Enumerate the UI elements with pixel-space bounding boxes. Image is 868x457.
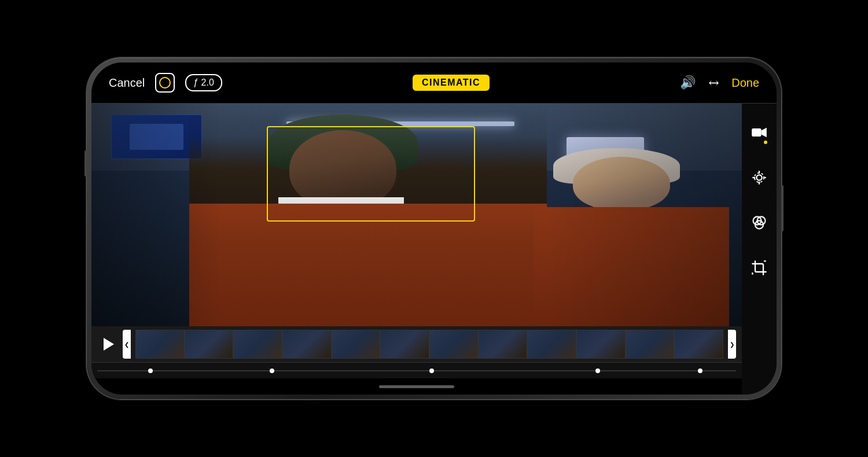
- svg-rect-0: [752, 128, 761, 137]
- play-button[interactable]: [97, 334, 118, 355]
- focus-ring-icon[interactable]: [155, 73, 175, 93]
- suit-secondary: [534, 207, 729, 326]
- timeline-section: [91, 326, 742, 378]
- character-main: [189, 104, 547, 326]
- toolbar-center: CINEMATIC: [413, 75, 490, 91]
- film-frame[interactable]: [332, 330, 381, 359]
- svg-marker-1: [762, 128, 767, 137]
- active-dot: [764, 141, 767, 144]
- focus-keyframe-dot[interactable]: [270, 368, 274, 373]
- adjust-icon: [751, 169, 767, 186]
- focus-track-line[interactable]: [97, 370, 736, 371]
- fullscreen-icon[interactable]: ⤢: [705, 73, 723, 91]
- top-toolbar: Cancel ƒ 2.0 CINEMATIC 🔊 ⤢ Done: [91, 62, 777, 103]
- video-frame[interactable]: [91, 104, 742, 326]
- background-screen: [111, 115, 202, 159]
- home-indicator: [91, 378, 742, 395]
- film-frame[interactable]: [527, 330, 576, 359]
- right-sidebar: [742, 104, 777, 395]
- film-frame[interactable]: [576, 330, 626, 359]
- color-mix-icon: [751, 215, 767, 231]
- focus-track: [91, 362, 742, 378]
- volume-button[interactable]: [84, 150, 87, 176]
- focus-keyframe-dot[interactable]: [595, 368, 600, 373]
- toolbar-right: 🔊 ⤢ Done: [680, 75, 759, 90]
- timeline-right-handle[interactable]: [728, 330, 736, 359]
- phone-screen: Cancel ƒ 2.0 CINEMATIC 🔊 ⤢ Done: [91, 62, 777, 395]
- phone-frame: Cancel ƒ 2.0 CINEMATIC 🔊 ⤢ Done: [87, 58, 781, 399]
- film-frame[interactable]: [185, 330, 234, 359]
- crop-tool[interactable]: [748, 256, 771, 279]
- done-button[interactable]: Done: [731, 76, 759, 90]
- focus-keyframe-dot[interactable]: [148, 368, 153, 373]
- face-main: [289, 130, 396, 208]
- aperture-button[interactable]: ƒ 2.0: [185, 74, 222, 91]
- film-frame[interactable]: [429, 330, 479, 359]
- suit-main: [189, 204, 547, 326]
- svg-point-2: [756, 175, 762, 180]
- power-button[interactable]: [781, 185, 784, 231]
- film-frame[interactable]: [282, 330, 332, 359]
- timeline-left-handle[interactable]: [123, 330, 131, 359]
- cinematic-badge[interactable]: CINEMATIC: [413, 75, 490, 91]
- focus-keyframe-dot[interactable]: [698, 368, 703, 373]
- play-icon: [104, 338, 114, 351]
- video-section: [91, 104, 742, 395]
- color-mix-tool[interactable]: [748, 211, 771, 234]
- video-camera-icon: [751, 124, 767, 141]
- speaker-icon[interactable]: 🔊: [680, 75, 696, 90]
- cancel-button[interactable]: Cancel: [109, 76, 145, 90]
- main-content: [91, 104, 777, 395]
- adjust-tool[interactable]: [748, 166, 771, 189]
- timeline-row: [91, 326, 742, 362]
- filmstrip: [135, 330, 723, 359]
- film-frame[interactable]: [135, 330, 185, 359]
- home-bar: [379, 385, 454, 388]
- focus-keyframe-dot[interactable]: [429, 368, 434, 373]
- film-frame[interactable]: [479, 330, 528, 359]
- film-frame[interactable]: [233, 330, 282, 359]
- film-frame[interactable]: [674, 330, 723, 359]
- face-secondary: [573, 157, 671, 210]
- toolbar-left: Cancel ƒ 2.0: [109, 73, 222, 93]
- film-frame[interactable]: [380, 330, 429, 359]
- film-frame[interactable]: [626, 330, 675, 359]
- crop-icon: [751, 260, 767, 276]
- character-secondary: [534, 148, 729, 326]
- video-camera-tool[interactable]: [748, 121, 771, 144]
